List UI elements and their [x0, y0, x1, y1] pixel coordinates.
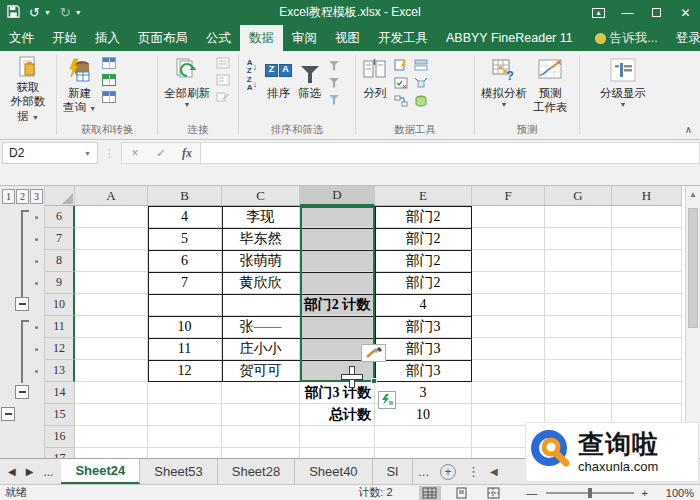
cell[interactable] — [545, 294, 612, 316]
column-header-f[interactable]: F — [472, 186, 545, 206]
collapse-group-button[interactable] — [15, 385, 29, 399]
cell[interactable] — [472, 294, 545, 316]
cell[interactable] — [75, 228, 148, 250]
cell[interactable] — [472, 228, 545, 250]
cell[interactable] — [148, 382, 222, 404]
qat-customize-icon[interactable]: ▼ — [75, 9, 82, 16]
undo-icon[interactable]: ↺ — [29, 5, 40, 20]
insert-function-button[interactable]: fx — [174, 146, 200, 161]
outline-level-3-button[interactable]: 3 — [30, 189, 43, 204]
view-page-break-button[interactable] — [483, 486, 505, 500]
name-box[interactable]: D2 ▼ — [2, 142, 98, 164]
close-button[interactable]: ✕ — [671, 0, 700, 25]
cell[interactable] — [75, 404, 148, 426]
redo-icon[interactable]: ↻ — [60, 5, 71, 20]
outline-level-1-button[interactable]: 1 — [2, 189, 15, 204]
cell[interactable] — [75, 426, 148, 448]
cell[interactable] — [375, 426, 472, 448]
ribbon-display-options-button[interactable]: ▲ — [584, 0, 613, 25]
hscroll-left-button[interactable]: ◀ — [485, 459, 503, 484]
cell[interactable] — [300, 316, 375, 338]
sheet-tabs-ellipsis[interactable]: ... — [413, 459, 434, 484]
cell[interactable] — [75, 294, 148, 316]
cell[interactable] — [472, 250, 545, 272]
new-sheet-button[interactable]: + — [440, 464, 456, 480]
text-to-columns-button[interactable]: 分列 — [359, 54, 391, 120]
properties-icon[interactable] — [215, 73, 231, 87]
sort-az-icon[interactable]: AZ↓ — [244, 60, 260, 74]
row-header[interactable]: 11 — [45, 316, 75, 338]
from-table-icon[interactable] — [101, 56, 117, 70]
cell[interactable]: 张—— — [222, 316, 300, 338]
tab-developer[interactable]: 开发工具 — [369, 25, 437, 51]
cell[interactable] — [472, 382, 545, 404]
cell[interactable]: 部门3 计数 — [300, 382, 375, 404]
cell[interactable] — [472, 360, 545, 382]
cell[interactable] — [75, 272, 148, 294]
cell[interactable]: 庄小小 — [222, 338, 300, 360]
cell[interactable] — [545, 360, 612, 382]
cell[interactable] — [472, 272, 545, 294]
cell[interactable]: 黄欣欣 — [222, 272, 300, 294]
cell[interactable]: 总计数 — [300, 404, 375, 426]
zoom-in-button[interactable]: + — [642, 487, 648, 499]
cell[interactable]: 部门2 计数 — [300, 294, 375, 316]
cell[interactable] — [148, 404, 222, 426]
sort-za-icon[interactable]: ZA↓ — [244, 77, 260, 91]
cell[interactable] — [300, 360, 375, 382]
cell[interactable] — [545, 250, 612, 272]
row-header[interactable]: 16 — [45, 426, 75, 448]
column-header-g[interactable]: G — [545, 186, 612, 206]
cell[interactable] — [75, 206, 148, 228]
cell[interactable] — [300, 206, 375, 228]
cell[interactable] — [472, 206, 545, 228]
cell[interactable]: 5 — [148, 228, 222, 250]
minimize-button[interactable]: — — [613, 0, 642, 25]
cell[interactable] — [75, 250, 148, 272]
maximize-button[interactable] — [642, 0, 671, 25]
data-validation-icon[interactable] — [393, 76, 409, 90]
advanced-filter-icon[interactable] — [326, 90, 342, 104]
tab-review[interactable]: 审阅 — [283, 25, 326, 51]
cell[interactable] — [472, 338, 545, 360]
cell[interactable] — [300, 426, 375, 448]
cell[interactable] — [75, 338, 148, 360]
cell[interactable]: 张萌萌 — [222, 250, 300, 272]
column-header-c[interactable]: C — [222, 186, 300, 206]
new-query-button[interactable]: 新建 查询 ▼ — [60, 54, 99, 120]
name-box-dropdown-icon[interactable]: ▼ — [78, 150, 97, 157]
save-icon[interactable] — [7, 5, 20, 21]
quick-analysis-button[interactable] — [378, 391, 396, 409]
cell[interactable] — [612, 250, 682, 272]
tab-view[interactable]: 视图 — [326, 25, 369, 51]
cell[interactable] — [612, 360, 682, 382]
cell[interactable]: 6 — [148, 250, 222, 272]
cell[interactable]: 4 — [375, 294, 472, 316]
tab-data[interactable]: 数据 — [240, 25, 283, 51]
cell[interactable]: 贺可可 — [222, 360, 300, 382]
cell[interactable] — [612, 338, 682, 360]
sign-in-button[interactable]: 登录 — [667, 25, 700, 51]
sheet-tab-sheet53[interactable]: Sheet53 — [140, 459, 217, 484]
zoom-level[interactable]: 100% — [656, 487, 694, 499]
sheet-prev-button[interactable]: ◀ — [8, 466, 16, 477]
row-header[interactable]: 8 — [45, 250, 75, 272]
column-header-h[interactable]: H — [612, 186, 682, 206]
sheet-tab-sheet28[interactable]: Sheet28 — [218, 459, 295, 484]
cell[interactable]: 李现 — [222, 206, 300, 228]
sheet-nav-ellipsis[interactable]: ... — [43, 465, 53, 479]
edit-links-icon[interactable] — [215, 90, 231, 104]
cell[interactable]: 部门3 — [375, 316, 472, 338]
connections-icon[interactable] — [215, 56, 231, 70]
cell[interactable] — [148, 448, 222, 458]
cell[interactable]: 4 — [148, 206, 222, 228]
cell[interactable] — [612, 294, 682, 316]
tab-abbyy[interactable]: ABBYY FineReader 11 — [437, 25, 582, 51]
cell[interactable] — [612, 228, 682, 250]
cell[interactable]: 部门2 — [375, 250, 472, 272]
cell[interactable] — [222, 404, 300, 426]
cell[interactable]: 部门2 — [375, 228, 472, 250]
sheet-tab-sheet24[interactable]: Sheet24 — [61, 459, 140, 484]
fill-handle[interactable] — [371, 378, 377, 384]
reapply-filter-icon[interactable] — [326, 73, 342, 87]
